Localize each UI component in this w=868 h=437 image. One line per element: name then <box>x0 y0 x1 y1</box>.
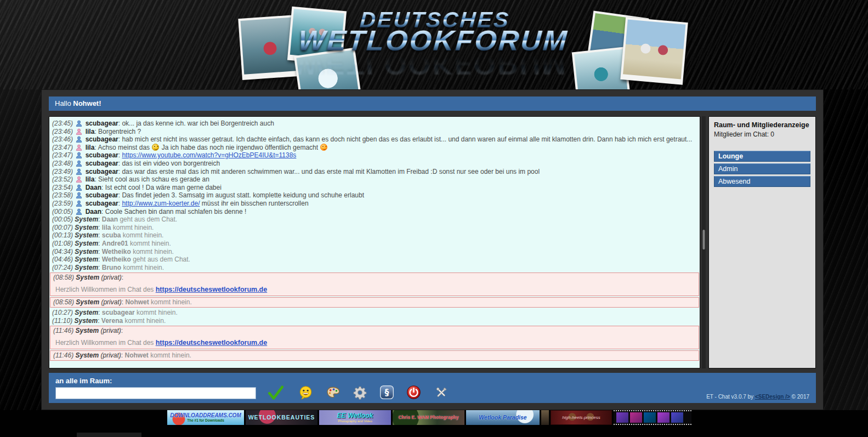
banner-wetlookbeauties[interactable]: WETLOOKBEAUTIES <box>246 410 317 425</box>
system-sender-name: System <box>76 298 99 306</box>
chat-scrollbar[interactable] <box>702 116 706 368</box>
greeting-username: Nohwet! <box>73 99 101 107</box>
banner-wetlook-paradise[interactable]: Wetlook Paradise <box>466 410 540 425</box>
message-timestamp: (01:08) <box>52 240 75 247</box>
chat-message-log[interactable]: (23:45) scubagear: ok... ja das kenne ic… <box>49 116 700 368</box>
message-timestamp: (11:10) <box>52 317 74 325</box>
rules-paragraph-icon: § <box>379 393 394 401</box>
cropped-ui-fragment <box>77 433 141 437</box>
private-system-message: (11:46) System (privat): Nohwet kommt hi… <box>50 350 699 361</box>
banner-downloaddreams[interactable]: DOWNLOADDREAMS.COMThe #1 for Downloads <box>167 410 244 425</box>
banner-text: EE Wetlook <box>337 412 373 419</box>
message-timestamp: (00:13) <box>52 231 75 239</box>
system-message: (00:05) System: Daan geht aus dem Chat. <box>49 215 700 224</box>
room-button-abwesend[interactable]: Abwesend <box>714 176 810 187</box>
system-subject-user: Andre01 <box>102 240 128 247</box>
message-timestamp: (11:46) <box>53 351 75 359</box>
chat-message: (23:59) scubagear: http://www.zum-koerte… <box>49 200 700 208</box>
chat-message: (00:05) Daan: Coole Sachen bin dann mal … <box>49 208 700 216</box>
system-message: (11:10) System: Verena kommt hinein. <box>49 317 700 325</box>
message-sender-name: scubagear <box>83 135 118 143</box>
message-text: Achso meinst das <box>98 144 151 151</box>
system-subject-user: Nohwet <box>125 351 149 359</box>
message-sender-name: scubagear <box>83 191 118 199</box>
system-sender-name: System <box>75 309 98 316</box>
female-user-icon <box>76 128 82 135</box>
system-message: (04:34) System: Wetheiko kommt hinein. <box>49 248 700 256</box>
banner-filmstrip-video[interactable] <box>614 410 691 425</box>
system-sender-name: System <box>75 215 98 223</box>
private-system-message: (08:58) System (privat): Nohwet kommt hi… <box>50 297 699 308</box>
banner-text: DOWNLOADDREAMS.COM <box>170 413 241 418</box>
filmstrip-frame <box>644 412 656 423</box>
private-label: (privat) <box>99 327 121 334</box>
system-subject-user: scubagear <box>102 309 135 316</box>
system-action-text: kommt hinein. <box>121 231 163 239</box>
composer-label: an alle im Raum: <box>55 377 256 385</box>
tools-button[interactable] <box>433 385 450 400</box>
filmstrip-frame <box>657 412 670 423</box>
filmstrip-frame <box>671 412 683 423</box>
message-text: Ist echt cool ! Da wäre man gerne dabei <box>105 184 222 191</box>
message-text: Borgentreich ? <box>98 128 141 135</box>
message-timestamp: (07:24) <box>52 264 75 271</box>
smiley-button[interactable] <box>298 385 313 400</box>
private-label: (privat) <box>99 298 122 306</box>
message-sender-name: Daan <box>83 208 101 215</box>
message-timestamp: (11:46) <box>53 327 75 334</box>
banner-chris-e-wam-photography[interactable]: Chris E. WAM Photography <box>393 410 464 425</box>
message-text: das ist ein video von borgentreich <box>122 160 220 167</box>
male-user-icon <box>76 120 82 127</box>
banner-small[interactable] <box>541 410 549 425</box>
system-subject-user: Wetheiko <box>102 256 131 263</box>
system-subject-user: Daan <box>102 215 118 223</box>
private-system-message: (08:58) System (privat):Herzlich Willkom… <box>50 273 699 296</box>
message-timestamp: (08:58) <box>53 298 76 306</box>
chat-message: (23:48) scubagear: das ist ein video von… <box>49 160 700 168</box>
system-message: (04:46) System: Wetheiko geht aus dem Ch… <box>49 256 700 264</box>
message-text: ok... ja das kenne ich. war ich bei Borg… <box>122 120 274 127</box>
welcome-message-body: Herzlich Willkommen im Chat des https://… <box>53 282 696 296</box>
system-sender-name: System <box>75 240 98 247</box>
system-subject-user: Nohwet <box>125 298 149 306</box>
system-action-text: kommt hinein. <box>131 248 174 256</box>
system-sender-name: System <box>75 264 98 271</box>
message-sender-name: lila <box>83 175 94 183</box>
forum-link[interactable]: https://deutscheswetlookforum.de <box>156 339 268 347</box>
message-text: Das findet jeden 3. Samsatg im august st… <box>122 191 364 199</box>
message-input[interactable] <box>55 387 256 399</box>
message-timestamp: (23:46) <box>52 128 75 135</box>
system-subject-user: Bruno <box>102 264 121 271</box>
message-composer: an alle im Raum: § ET - Chat v3.0.7 by <… <box>49 373 816 403</box>
message-timestamp: (23:46) <box>52 135 75 143</box>
chat-message: (23:52) lila: Sieht cool aus ich schau e… <box>49 175 700 184</box>
banner-high-heels-princess[interactable]: high-heels-princess <box>551 410 612 425</box>
color-palette-icon <box>325 393 341 401</box>
settings-gear-button[interactable] <box>353 385 367 400</box>
credit-sedesign-link[interactable]: <SEDesign /> <box>755 394 790 400</box>
send-check-button[interactable] <box>267 385 285 400</box>
system-sender-name: System <box>74 317 98 325</box>
message-link[interactable]: https://www.youtube.com/watch?v=gHOzEbPE… <box>122 151 296 159</box>
system-sender-name: System <box>75 327 99 334</box>
color-palette-button[interactable] <box>325 385 341 400</box>
filmstrip-frame <box>630 412 642 423</box>
logout-power-button[interactable] <box>406 385 421 400</box>
system-action-text: kommt hinein. <box>149 351 191 359</box>
grin-emoji <box>152 144 159 151</box>
chat-scrollbar-thumb[interactable] <box>702 230 705 249</box>
chat-message: (23:45) scubagear: ok... ja das kenne ic… <box>49 120 700 128</box>
room-button-lounge[interactable]: Lounge <box>714 151 810 162</box>
logo-title-line2: WETLOOKFORUM <box>296 28 571 54</box>
banner-ee-wetlook[interactable]: EE WetlookPhotography and Video <box>319 410 391 425</box>
rules-paragraph-button[interactable]: § <box>379 385 394 400</box>
message-link[interactable]: http://www.zum-koerter.de/ <box>122 200 200 207</box>
room-button-admin[interactable]: Admin <box>714 163 810 174</box>
message-timestamp: (00:05) <box>52 208 75 215</box>
system-sender-name: System <box>75 231 98 239</box>
forum-link[interactable]: https://deutscheswetlookforum.de <box>156 286 268 293</box>
credit-prefix: ET - Chat v3.0.7 by <box>706 394 755 400</box>
system-message: (01:08) System: Andre01 kommt hinein. <box>49 240 700 248</box>
message-text: das war das erste mal das ich mit andere… <box>122 168 540 175</box>
chat-message: (23:58) scubagear: Das findet jeden 3. S… <box>49 191 700 200</box>
